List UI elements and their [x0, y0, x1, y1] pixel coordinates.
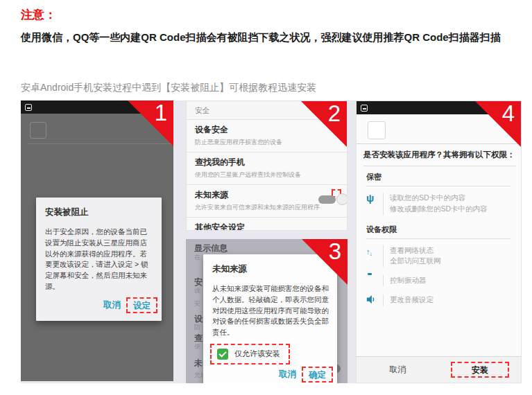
list-item-unknown-sources[interactable]: 未知来源 允许安装来自可信来源和未知来源的应用程序 [187, 184, 347, 217]
item-title: 未知来源 [195, 189, 338, 201]
step-number: 2 [328, 100, 341, 128]
cancel-button[interactable]: 取消 [273, 366, 302, 383]
page-subtitle: 安卓Android手机安装过程中遇到【安装被阻止】可根据教程迅速安装 [21, 82, 517, 94]
permission-line: 更改音频设定 [390, 295, 434, 306]
bg-text: 安 [194, 299, 200, 308]
step-number: 3 [329, 239, 341, 265]
confirm-button[interactable]: 确定 [303, 367, 332, 383]
permission-row: 控制振动器 [366, 275, 510, 286]
install-action-bar: 取消 安装 [357, 356, 521, 383]
screenshot-icon [25, 104, 32, 111]
bg-text: 在 [194, 253, 200, 262]
toggle-track [318, 195, 336, 204]
notice-body: 使用微信，QQ等一些内建QR Code扫描会有被阻挡下载之状况，强烈建议使用推荐… [21, 29, 517, 46]
step-number: 1 [155, 100, 167, 127]
bg-text: 未 [194, 358, 203, 369]
screenshot-step-4: 1 4G 7 是否安装该应用程序？其将拥有以下权限： 保密 ψ 读取您的SD卡中… [356, 100, 522, 383]
permission-row: ↑↓ 查看网络状态 全部访问互联网 [366, 245, 510, 267]
app-icon-placeholder [368, 121, 386, 139]
step-number: 4 [502, 100, 515, 128]
dialog-body: 出于安全原因，您的设备当前已设置为阻止安装从三星应用商店以外的来源获得的应用程序… [36, 218, 162, 295]
permission-row: ψ 读取您的SD卡中的内容 修改或删除您的SD卡中的内容 [366, 193, 510, 215]
item-title: 查找我的手机 [195, 157, 338, 168]
permission-line: 修改或删除您的SD卡中的内容 [390, 204, 488, 215]
dialog-buttons: 取消 设定 [36, 295, 162, 317]
tutorial-page: 注意： 使用微信，QQ等一些内建QR Code扫描会有被阻挡下载之状况，强烈建议… [0, 0, 532, 395]
cancel-button[interactable]: 取消 [98, 297, 126, 314]
highlight-box [332, 189, 341, 198]
network-arrows-icon: ↑↓ [366, 245, 383, 267]
dialog-buttons: 取消 确定 [203, 365, 337, 383]
screenshot-step-1: 1 4G 7 安装被阻止 出于安全原因，您的设备当前已设置为阻止安装从三星应用商… [21, 100, 173, 381]
highlight-box: 设定 [126, 297, 157, 313]
toggle-knob [336, 193, 347, 205]
permission-section-device: 设备权限 [366, 225, 510, 239]
screenshot-icon [361, 105, 368, 112]
highlight-box: 安装 [451, 362, 509, 378]
permissions-list: 保密 ψ 读取您的SD卡中的内容 修改或删除您的SD卡中的内容 设备权限 ↑↓ … [366, 168, 510, 306]
speaker-icon [366, 295, 383, 307]
app-icon-placeholder [30, 122, 46, 139]
permission-line: 读取您的SD卡中的内容 [390, 193, 488, 204]
permission-text: 读取您的SD卡中的内容 修改或删除您的SD卡中的内容 [383, 193, 488, 215]
bg-text: 设 [194, 286, 200, 295]
item-subtitle: 允许安装来自可信来源和未知来源的应用程序 [195, 203, 338, 212]
install-button[interactable]: 安装 [452, 362, 508, 378]
dialog-title: 安装被阻止 [36, 198, 162, 218]
permission-text: 查看网络状态 全部访问互联网 [383, 245, 441, 267]
usb-icon: ψ [366, 193, 383, 215]
install-cell: 安装 [439, 362, 522, 378]
dialog-body: 从未知来源安装可能损害您的设备和个人数据。轻敲确定，即表示您同意对因使用这些应用… [203, 275, 337, 341]
install-question-title: 是否安装该应用程序？其将拥有以下权限： [363, 150, 516, 166]
cancel-cell: 取消 [357, 360, 439, 380]
item-title: 其他安全设定 [195, 222, 338, 231]
notice-title: 注意： [21, 7, 56, 23]
checkbox-label: 仅允许该安装 [234, 349, 280, 359]
vibration-icon [366, 275, 383, 286]
screenshot-step-3: 显示信息 在 安 设 安 设 防 查 使 未 允许安装来自可信来源和未知来源的应… [186, 239, 347, 383]
screenshot-step-2: 安全 设备安全 防止恶意应用程序损害您的设备 查找我的手机 使用您的三星账户远程… [186, 100, 347, 231]
settings-button[interactable]: 设定 [128, 298, 156, 313]
bg-text: 防 [194, 323, 200, 332]
highlight-box: 确定 [302, 367, 333, 383]
cancel-button[interactable]: 取消 [377, 360, 418, 380]
permission-row: 更改音频设定 [366, 295, 510, 307]
highlight-box: 仅允许该安装 [210, 344, 290, 365]
allow-once-checkbox[interactable] [217, 349, 228, 360]
permission-text: 更改音频设定 [383, 295, 434, 307]
permission-line: 全部访问互联网 [390, 256, 441, 267]
install-blocked-dialog: 安装被阻止 出于安全原因，您的设备当前已设置为阻止安装从三星应用商店以外的来源获… [36, 198, 162, 321]
bg-text: 使 [194, 342, 200, 351]
permission-line: 控制振动器 [390, 275, 427, 286]
list-item-find-my-phone[interactable]: 查找我的手机 使用您的三星账户远程查找并控制设备 [187, 152, 347, 184]
list-item-other-security[interactable]: 其他安全设定 更改安全更新和证书存储等其他安全设定 [187, 217, 347, 231]
permission-text: 控制振动器 [383, 275, 427, 286]
item-subtitle: 使用您的三星账户远程查找并控制设备 [195, 170, 338, 179]
permission-line: 查看网络状态 [390, 245, 441, 256]
permission-section-privacy: 保密 [366, 172, 510, 186]
